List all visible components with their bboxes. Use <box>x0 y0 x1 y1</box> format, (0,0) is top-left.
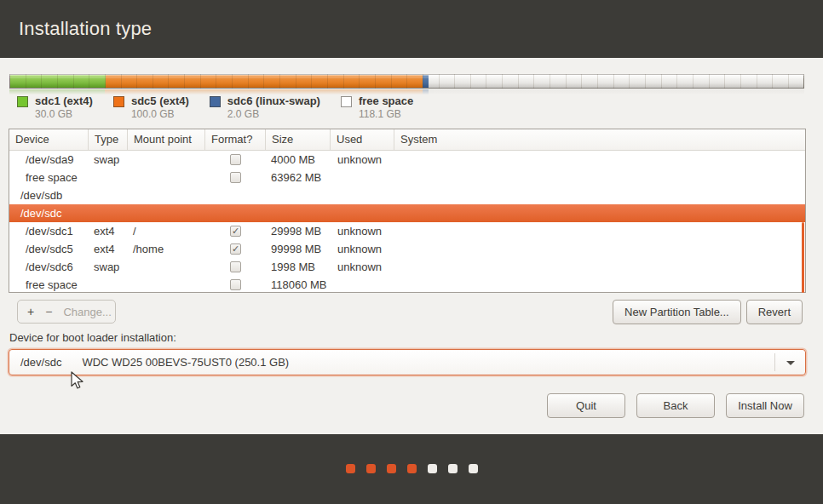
installer-window: Installation type sdc1 (ext4)30.0 GBsdc5… <box>0 0 823 504</box>
cell-mount-point: / <box>128 222 205 240</box>
cell-system <box>394 204 805 222</box>
format-checkbox[interactable]: ✓ <box>230 226 241 237</box>
cell-system <box>394 151 805 169</box>
legend-label: sdc6 (linux-swap) <box>227 94 320 108</box>
column-header-device[interactable]: Device <box>9 129 89 150</box>
table-row[interactable]: free space63962 MB <box>9 169 805 186</box>
cell-type: swap <box>89 151 128 169</box>
cell-used: unknown <box>331 222 394 240</box>
revert-button[interactable]: Revert <box>746 300 803 324</box>
format-checkbox[interactable] <box>230 261 241 272</box>
cell-format: ✓ <box>205 222 266 240</box>
table-row[interactable]: /dev/sdc1ext4/✓29998 MBunknown <box>9 222 805 240</box>
cell-type: ext4 <box>89 240 128 258</box>
legend-swatch-free-space <box>341 96 352 107</box>
remove-partition-button[interactable]: − <box>45 305 52 318</box>
cell-device: free space <box>9 169 89 186</box>
cell-mount-point <box>128 276 205 294</box>
format-checkbox[interactable] <box>230 279 241 290</box>
cell-size: 118060 MB <box>266 276 331 294</box>
cell-size <box>266 204 331 222</box>
legend-text: free space118.1 GB <box>359 94 413 120</box>
legend-swatch-sdc1 <box>17 96 28 107</box>
cell-device: /dev/sdc6 <box>9 258 89 276</box>
legend-label: free space <box>359 94 413 108</box>
partition-bar <box>9 74 804 89</box>
table-row[interactable]: /dev/sda9swap4000 MBunknown <box>9 151 805 169</box>
cell-type: ext4 <box>89 222 128 240</box>
cell-used: unknown <box>331 240 394 258</box>
bar-segment-free-space <box>429 75 803 88</box>
bootloader-device-description: WDC WD25 00BEVS-75UST0 (250.1 GB) <box>82 356 289 369</box>
cell-mount-point <box>128 151 205 169</box>
table-scrollbar[interactable] <box>802 222 804 293</box>
nav-buttons: Quit Back Install Now <box>547 393 804 418</box>
cell-format <box>205 258 266 276</box>
footer <box>0 434 823 504</box>
cell-size: 99998 MB <box>266 240 331 258</box>
cell-format <box>205 186 266 204</box>
format-checkbox[interactable] <box>230 172 241 183</box>
column-header-mount-point[interactable]: Mount point <box>128 129 205 150</box>
column-header-size[interactable]: Size <box>266 129 331 150</box>
column-header-type[interactable]: Type <box>89 129 128 150</box>
table-row[interactable]: free space118060 MB <box>9 276 805 294</box>
cell-device: /dev/sdb <box>9 186 89 204</box>
legend-size: 2.0 GB <box>227 108 320 120</box>
legend-item-sdc5: sdc5 (ext4)100.0 GB <box>113 94 189 120</box>
cell-system <box>394 169 805 186</box>
change-partition-button[interactable]: Change... <box>63 306 111 318</box>
cell-mount-point <box>128 258 205 276</box>
progress-dot-active <box>387 464 396 473</box>
cell-format <box>205 204 266 222</box>
partition-table-body: /dev/sda9swap4000 MBunknownfree space639… <box>9 151 805 294</box>
cell-type: swap <box>89 258 128 276</box>
table-row[interactable]: /dev/sdc <box>9 204 805 222</box>
cell-type <box>89 186 128 204</box>
add-partition-button[interactable]: + <box>27 305 34 318</box>
bar-segment-sdc1 <box>10 75 106 88</box>
cell-system <box>394 258 805 276</box>
page-title: Installation type <box>19 18 152 40</box>
progress-dot-active <box>407 464 417 473</box>
table-row[interactable]: /dev/sdc6swap1998 MBunknown <box>9 258 805 276</box>
format-checkbox[interactable] <box>230 154 241 165</box>
table-actions: New Partition Table... Revert <box>613 300 803 324</box>
legend-text: sdc5 (ext4)100.0 GB <box>131 94 189 120</box>
install-now-button[interactable]: Install Now <box>726 393 804 418</box>
chevron-down-icon <box>786 361 795 365</box>
legend-size: 118.1 GB <box>359 108 413 120</box>
cell-format <box>205 151 266 169</box>
column-header-used[interactable]: Used <box>331 129 394 150</box>
legend-swatch-sdc6 <box>210 96 221 107</box>
cell-system <box>394 222 805 240</box>
cell-used <box>331 169 394 186</box>
cell-size <box>266 186 331 204</box>
legend-label: sdc1 (ext4) <box>35 94 93 108</box>
cell-used: unknown <box>331 151 394 169</box>
cell-device: /dev/sda9 <box>9 151 89 169</box>
table-row[interactable]: /dev/sdb <box>9 186 805 204</box>
legend-size: 30.0 GB <box>35 108 93 120</box>
new-partition-table-button[interactable]: New Partition Table... <box>613 300 741 324</box>
legend-label: sdc5 (ext4) <box>131 94 189 108</box>
legend-text: sdc1 (ext4)30.0 GB <box>35 94 93 120</box>
cell-size: 29998 MB <box>266 222 331 240</box>
table-row[interactable]: /dev/sdc5ext4/home✓99998 MBunknown <box>9 240 805 258</box>
partition-edit-toolbar: + − Change... <box>17 300 116 324</box>
format-checkbox[interactable]: ✓ <box>230 243 241 255</box>
bootloader-device-select[interactable]: /dev/sdc WDC WD25 00BEVS-75UST0 (250.1 G… <box>9 349 806 375</box>
cell-format: ✓ <box>205 240 266 258</box>
bar-reflection-segment-free-space <box>429 89 804 95</box>
back-button[interactable]: Back <box>636 393 715 418</box>
legend-swatch-sdc5 <box>113 96 124 107</box>
cell-device: free space <box>9 276 89 294</box>
cell-used <box>331 276 394 294</box>
progress-dot-active <box>366 464 376 473</box>
legend-item-sdc1: sdc1 (ext4)30.0 GB <box>17 94 93 120</box>
partition-legend: sdc1 (ext4)30.0 GBsdc5 (ext4)100.0 GBsdc… <box>17 94 413 120</box>
quit-button[interactable]: Quit <box>547 393 625 418</box>
cell-format <box>205 276 266 294</box>
column-header-format[interactable]: Format? <box>205 129 266 150</box>
column-header-system[interactable]: System <box>394 129 805 150</box>
